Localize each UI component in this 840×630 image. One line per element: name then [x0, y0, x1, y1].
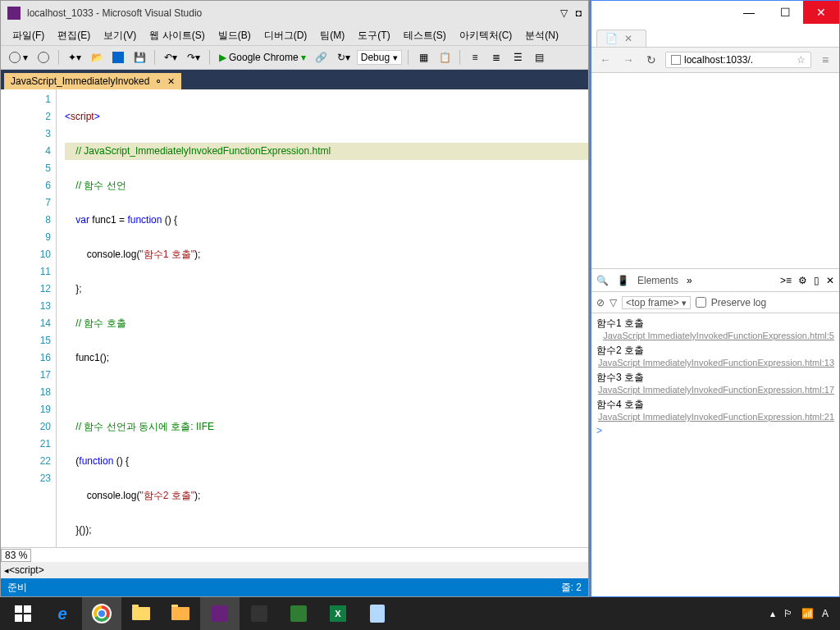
console-src[interactable]: JavaScript ImmediatelyInvokedFunctionExp… [596, 385, 834, 395]
minimize-button[interactable]: — [731, 1, 767, 24]
quicklaunch-icon[interactable]: ▽ [560, 7, 568, 19]
system-tray[interactable]: ▴ 🏳 📶 A [762, 608, 837, 619]
device-icon[interactable]: 📱 [617, 275, 629, 286]
console-msg: 함수2 호출 [596, 344, 834, 358]
menu-team[interactable]: 팀(M) [313, 26, 351, 45]
menu-tools[interactable]: 도구(T) [351, 26, 396, 45]
undo-button[interactable]: ↶▾ [161, 52, 180, 63]
feedback-icon[interactable]: ◘ [576, 7, 582, 19]
redo-button[interactable]: ↷▾ [184, 52, 203, 63]
taskbar-vs-dark[interactable] [240, 597, 279, 630]
tb-icon-6[interactable]: ▤ [530, 48, 548, 66]
vs-title: localhost_1033 - Microsoft Visual Studio [27, 7, 202, 19]
menu-website[interactable]: 웹 사이트(S) [143, 26, 211, 45]
tab-close-icon[interactable]: ✕ [167, 76, 175, 87]
console-src[interactable]: JavaScript ImmediatelyInvokedFunctionExp… [596, 358, 834, 368]
taskbar-ie[interactable]: e [43, 597, 82, 630]
console-msg: 함수4 호출 [596, 398, 834, 412]
browser-page [591, 73, 839, 268]
devtools-filterbar: ⊘ ▽ <top frame> ▾ Preserve log [591, 292, 839, 313]
frame-select[interactable]: <top frame> ▾ [622, 296, 691, 309]
tb-icon-3[interactable]: ≡ [466, 48, 484, 66]
tb-icon-4[interactable]: ≣ [487, 48, 505, 66]
save-all-button[interactable]: 💾 [130, 48, 148, 66]
devtools-console[interactable]: 함수1 호출JavaScript ImmediatelyInvokedFunct… [591, 313, 839, 596]
browser-tab[interactable]: 📄 ✕ [596, 30, 646, 47]
vs-breadcrumb[interactable]: ◂ <script> [1, 562, 588, 578]
zoom-level[interactable]: 83 % [1, 549, 31, 562]
browser-link-button[interactable]: 🔗 [313, 48, 331, 66]
taskbar-vs-green[interactable] [279, 597, 318, 630]
back-button[interactable]: ← [596, 51, 614, 69]
page-icon [671, 55, 681, 65]
url-input[interactable]: localhost:1033/. ☆ [665, 52, 811, 68]
nav-forward-button[interactable] [34, 48, 52, 66]
devtools-tab-elements[interactable]: Elements [637, 275, 678, 286]
taskbar-tools[interactable] [161, 597, 200, 630]
config-select[interactable]: Debug▾ [357, 50, 402, 65]
taskbar-chrome[interactable] [82, 597, 121, 630]
tray-net-icon[interactable]: 📶 [801, 608, 814, 619]
console-msg: 함수3 호출 [596, 371, 834, 385]
preserve-log-checkbox[interactable] [696, 297, 706, 308]
star-icon[interactable]: ☆ [797, 54, 806, 66]
start-button[interactable] [3, 597, 43, 630]
vs-statusbar: 준비 줄: 2 [1, 578, 588, 596]
tab-favicon-icon: 📄 [605, 33, 618, 44]
browser-tabs: 📄 ✕ [591, 24, 839, 47]
refresh-button[interactable]: ↻▾ [334, 52, 354, 63]
run-button[interactable]: ▶ Google Chrome ▾ [216, 52, 309, 63]
taskbar-explorer[interactable] [121, 597, 161, 630]
clear-icon[interactable]: ⊘ [596, 297, 605, 308]
menu-debug[interactable]: 디버그(D) [258, 26, 314, 45]
chevron-right-icon[interactable]: » [687, 275, 692, 286]
reload-button[interactable]: ↻ [642, 51, 660, 69]
console-src[interactable]: JavaScript ImmediatelyInvokedFunctionExp… [596, 331, 834, 340]
console-msg: 함수1 호출 [596, 317, 834, 331]
forward-button[interactable]: → [619, 51, 637, 69]
status-text: 준비 [7, 581, 27, 595]
menu-button[interactable]: ≡ [816, 51, 834, 69]
menu-analyze[interactable]: 분석(N) [518, 26, 565, 45]
vs-bottom-bar: 83 % [1, 547, 588, 562]
menu-file[interactable]: 파일(F) [6, 26, 51, 45]
browser-addressbar: ← → ↻ localhost:1033/. ☆ ≡ [591, 47, 839, 73]
tray-lang[interactable]: A [822, 608, 829, 619]
console-prompt[interactable]: > [596, 425, 834, 436]
vs-editor[interactable]: 1234567891011121314151617181920212223 <s… [1, 89, 588, 547]
maximize-button[interactable]: ☐ [767, 1, 803, 24]
vs-titlebar: localhost_1033 - Microsoft Visual Studio… [1, 1, 588, 25]
menu-view[interactable]: 보기(V) [97, 26, 143, 45]
filter-icon[interactable]: ▽ [609, 297, 617, 308]
code-area[interactable]: <script> // JavaScript_ImmediatelyInvoke… [57, 89, 588, 547]
console-icon[interactable]: >≡ [780, 275, 792, 286]
devtools-close-icon[interactable]: ✕ [826, 275, 834, 286]
open-button[interactable]: 📂 [88, 48, 106, 66]
tab-close-icon[interactable]: ✕ [624, 33, 632, 44]
devtools-header: 🔍 📱 Elements » >≡ ⚙ ▯ ✕ [591, 269, 839, 292]
close-button[interactable]: ✕ [803, 1, 839, 24]
tab-pin-icon[interactable]: ⚬ [154, 75, 162, 87]
vs-tabbar: JavaScript_ImmediatelyInvoked ⚬ ✕ [1, 70, 588, 89]
taskbar-vs[interactable] [200, 597, 240, 630]
menu-test[interactable]: 테스트(S) [397, 26, 453, 45]
tb-icon-5[interactable]: ☰ [509, 48, 527, 66]
taskbar-notepad[interactable] [358, 597, 397, 630]
taskbar-excel[interactable]: X [318, 597, 358, 630]
editor-tab[interactable]: JavaScript_ImmediatelyInvoked ⚬ ✕ [4, 73, 181, 89]
menu-edit[interactable]: 편집(E) [51, 26, 97, 45]
settings-icon[interactable]: ⚙ [798, 275, 807, 286]
save-button[interactable] [109, 48, 127, 66]
line-gutter: 1234567891011121314151617181920212223 [1, 89, 57, 547]
nav-back-button[interactable]: ▾ [6, 52, 31, 63]
menu-architecture[interactable]: 아키텍처(C) [453, 26, 519, 45]
console-src[interactable]: JavaScript ImmediatelyInvokedFunctionExp… [596, 412, 834, 422]
menu-build[interactable]: 빌드(B) [212, 26, 258, 45]
tb-icon-1[interactable]: ▦ [414, 48, 432, 66]
dock-icon[interactable]: ▯ [814, 275, 819, 286]
tray-flag-icon[interactable]: 🏳 [783, 608, 793, 619]
new-project-button[interactable]: ✦▾ [65, 52, 84, 63]
tray-up-icon[interactable]: ▴ [770, 608, 775, 619]
search-icon[interactable]: 🔍 [596, 275, 609, 286]
tb-icon-2[interactable]: 📋 [436, 48, 454, 66]
